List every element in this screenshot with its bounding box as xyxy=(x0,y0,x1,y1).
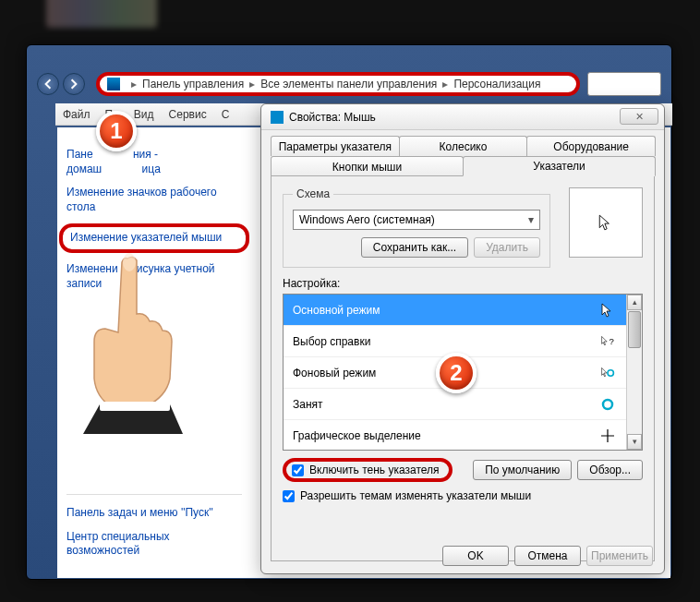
cursor-item-precision[interactable]: Графическое выделение xyxy=(284,420,626,452)
scroll-up-button[interactable]: ▴ xyxy=(627,295,642,310)
cursor-label: Основной режим xyxy=(293,304,380,317)
scheme-legend: Схема xyxy=(293,187,333,200)
enable-shadow-checkbox[interactable] xyxy=(292,464,304,476)
cursor-label: Выбор справки xyxy=(293,335,370,348)
save-as-button[interactable]: Сохранить как... xyxy=(361,237,468,258)
working-cursor-icon xyxy=(598,366,617,380)
settings-label: Настройка: xyxy=(283,277,643,290)
search-input[interactable] xyxy=(587,72,661,96)
mouse-icon xyxy=(271,111,284,124)
control-panel-icon xyxy=(107,78,120,90)
breadcrumb-item[interactable]: Персонализация xyxy=(453,78,540,90)
allow-themes-checkbox[interactable] xyxy=(283,490,295,502)
tab-pointer-options[interactable]: Параметры указателя xyxy=(271,136,400,156)
ok-button[interactable]: OK xyxy=(442,546,509,566)
svg-point-2 xyxy=(603,400,612,409)
chevron-right-icon: ▸ xyxy=(249,78,255,90)
scroll-down-button[interactable]: ▾ xyxy=(627,434,642,450)
defaults-button[interactable]: По умолчанию xyxy=(473,460,572,480)
apply-button: Применить xyxy=(586,546,653,566)
scrollbar: ▴ ▾ xyxy=(626,295,642,450)
tab-container: Параметры указателя Колесико Оборудовани… xyxy=(271,136,655,561)
breadcrumb-item[interactable]: Панель управления xyxy=(142,78,244,90)
menu-view[interactable]: Вид xyxy=(134,108,154,121)
sidebar-link-home[interactable]: Пане ния - домаш ица xyxy=(66,148,242,176)
shadow-checkbox-highlight: Включить тень указателя xyxy=(283,458,453,482)
svg-text:?: ? xyxy=(609,336,614,346)
help-cursor-icon: ? xyxy=(598,334,617,349)
breadcrumb-item[interactable]: Все элементы панели управления xyxy=(260,78,437,90)
dialog-title: Свойства: Мышь xyxy=(289,111,376,124)
mouse-properties-dialog: Свойства: Мышь ✕ Параметры указателя Кол… xyxy=(260,103,665,574)
menu-service[interactable]: Сервис xyxy=(169,108,207,121)
tab-buttons[interactable]: Кнопки мыши xyxy=(271,156,464,176)
dialog-titlebar: Свойства: Мышь ✕ xyxy=(261,104,664,130)
menu-file[interactable]: Файл xyxy=(63,108,91,121)
chevron-down-icon: ▾ xyxy=(528,213,534,226)
busy-cursor-icon xyxy=(598,397,617,412)
svg-point-3 xyxy=(123,253,136,271)
sidebar-link-desktop-icons[interactable]: Изменение значков рабочего стола xyxy=(66,186,242,214)
svg-point-1 xyxy=(608,369,613,375)
dialog-footer: OK Отмена Применить xyxy=(442,546,653,566)
scroll-thumb[interactable] xyxy=(628,311,641,348)
divider xyxy=(66,494,242,495)
sidebar-link-accessibility[interactable]: Центр специальных возможностей xyxy=(66,530,242,559)
browse-button[interactable]: Обзор... xyxy=(577,460,643,480)
callout-badge-1: 1 xyxy=(96,111,137,151)
sidebar-link-taskbar[interactable]: Панель задач и меню ''Пуск'' xyxy=(66,506,242,521)
arrow-cursor-icon xyxy=(598,303,617,318)
cursor-label: Занят xyxy=(293,398,323,411)
breadcrumb: ▸ Панель управления ▸ Все элементы панел… xyxy=(96,72,580,96)
allow-themes-label: Разрешить темам изменять указатели мыши xyxy=(300,489,531,502)
cursor-label: Графическое выделение xyxy=(293,429,421,442)
scheme-select[interactable]: Windows Aero (системная) ▾ xyxy=(293,210,540,230)
enable-shadow-label: Включить тень указателя xyxy=(309,464,440,476)
cursor-item-normal[interactable]: Основной режим xyxy=(284,295,626,326)
tab-pointers[interactable]: Указатели xyxy=(463,156,656,176)
menu-item[interactable]: С xyxy=(222,108,230,121)
callout-badge-2: 2 xyxy=(436,353,477,393)
nav-bar: ▸ Панель управления ▸ Все элементы панел… xyxy=(26,66,672,102)
cancel-button[interactable]: Отмена xyxy=(514,546,581,566)
delete-button: Удалить xyxy=(474,237,540,258)
precision-cursor-icon xyxy=(598,428,617,443)
scheme-fieldset: Схема Windows Aero (системная) ▾ Сохрани… xyxy=(283,187,550,268)
cursor-item-busy[interactable]: Занят xyxy=(284,389,626,420)
cursor-preview xyxy=(569,187,643,258)
chevron-right-icon: ▸ xyxy=(442,78,448,90)
svg-rect-4 xyxy=(100,402,170,411)
nav-forward-button[interactable] xyxy=(63,73,85,95)
tab-wheel[interactable]: Колесико xyxy=(399,136,528,156)
close-button[interactable]: ✕ xyxy=(620,108,658,125)
tab-hardware[interactable]: Оборудование xyxy=(526,136,656,156)
scheme-value: Windows Aero (системная) xyxy=(299,213,435,226)
pointing-hand-illustration xyxy=(63,249,201,434)
cursor-label: Фоновый режим xyxy=(293,367,376,379)
chevron-right-icon: ▸ xyxy=(131,78,137,90)
nav-back-button[interactable] xyxy=(37,73,59,95)
scroll-track[interactable] xyxy=(627,349,642,434)
